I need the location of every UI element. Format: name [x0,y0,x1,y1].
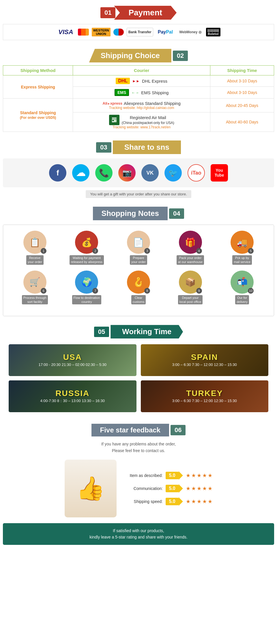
step-2-icon: 💰 2 [75,231,98,254]
standard-method: Standard Shipping (For order over USD5) [3,99,73,132]
score-arrow-1 [179,471,183,480]
step-2-num: 2 [92,248,98,254]
col-method: Shipping Method [3,66,73,75]
ems-name: EMS Shipping [141,90,169,95]
shipping-title: Shipping Choice [89,49,171,62]
country-grid: USA 17:00 - 20:30 21:30 – 02:00 02:30 – … [3,344,274,412]
youtube-icon[interactable]: YouTube [211,164,228,182]
steps-row-1: 📋 1 Receiveyour order 💰 2 Waiting for pa… [9,231,268,265]
step-8-num: 8 [144,288,150,294]
ali-time: About 20-45 Days [210,99,274,112]
step-6-icon: 🛒 6 [23,271,46,294]
step-10-num: 10 [248,288,254,294]
whatsapp-icon[interactable]: 📞 [95,164,113,182]
post-courier: Registered Air Mail(China post/epacket-o… [73,112,210,132]
step-6-num: 6 [41,288,46,294]
shopping-title: Shopping Notes [93,207,168,220]
score-arrow-2 [179,484,183,493]
mastercard-logo [78,29,89,36]
vk-icon[interactable]: VK [141,164,159,182]
step-7-icon: 🌍 7 [75,271,98,294]
sns-section: 03 Share to sns f ☁ 📞 📷 VK 🐦 iTao YouTub… [0,135,277,204]
feedback-title: Five star feedback [91,424,169,436]
col-courier: Courier [73,66,210,75]
step-9-label: Depart yourlocal post office [178,295,203,305]
gift-note: You will get a gift with your order afte… [86,190,191,198]
step-3: 📄 3 Prepareyour order [121,231,156,265]
russia-card: RUSSIA 4:00-7:30 8：30 – 13:00 13:30 – 16… [9,380,136,412]
step-6: 🛒 6 Process throughsort facility [18,271,52,305]
spain-times: 3:00 – 6:30 7:30 – 12:00 12:30 – 15:30 [172,362,237,368]
step-3-label: Prepareyour order [130,255,147,265]
thumbs-up-image: 👍 [65,460,117,517]
ali-name: Aliexpress Standard Shipping [124,101,181,106]
turkey-name: TURKEY [186,389,223,398]
step-4-label: Pack your orderat our warehouse [177,255,204,265]
stars-1: ★ ★ ★ ★ ★ [186,472,212,479]
webmoney-logo: WebMoney ◎ [177,28,203,36]
feedback-num: 06 [171,425,186,435]
express-method: Express Shipping [3,75,73,99]
ali-logo: Ali►xpress [103,101,122,106]
step-2-label: Waiting for paymentreleased by alixepres… [70,255,104,265]
svg-point-0 [112,120,114,121]
rating-score-2: 5.0 [166,485,179,492]
working-header: 05 Working Time [3,325,274,338]
step-3-icon: 📄 3 [127,231,150,254]
sns-title: Share to sns [113,140,181,154]
payment-section: 01 Payment VISA WESTERNUNION Bank Transf… [0,0,277,46]
ems-arrow: ←→ [131,90,139,95]
col-time: Shipping Time [210,66,274,75]
rating-score-3: 5.0 [166,498,179,505]
step-9: 📦 9 Depart yourlocal post office [173,271,208,305]
shipping-table: Shipping Method Courier Shipping Time Ex… [3,65,274,132]
step-1-label: Receiveyour order [26,255,44,265]
social-icons-row: f ☁ 📞 📷 VK 🐦 iTao YouTube [3,158,274,187]
shipping-header: Shipping Choice 02 [3,49,274,62]
step-6-label: Process throughsort facility [22,295,48,305]
post-tracking: Tracking website: www.17track.net/en [76,125,207,129]
rating-row-2: Communication: 5.0 ★ ★ ★ ★ ★ [125,484,212,493]
russia-name: RUSSIA [55,389,89,398]
table-row: Express Shipping DHL ►► DHL Express Abou… [3,75,274,87]
maestro-logo [113,29,124,36]
instagram-icon[interactable]: 📷 [118,164,136,182]
step-4: 🎁 4 Pack your orderat our warehouse [173,231,208,265]
step-10-label: Our fordelivery [235,295,249,305]
step-5-num: 5 [248,248,254,254]
feedback-header: Five star feedback 06 [3,424,274,436]
rating-label-3: Shipping speed: [125,499,163,504]
shipping-num: 02 [173,51,188,61]
itao-icon[interactable]: iTao [188,164,205,182]
step-9-icon: 📦 9 [179,271,202,294]
post-name: Registered Air Mail(China post/epacket-o… [122,115,174,125]
step-2: 💰 2 Waiting for paymentreleased by alixe… [69,231,104,265]
visa-logo: VISA [57,28,75,36]
dhl-logo: DHL [116,78,130,84]
paypal-logo: PayPal [156,28,175,36]
ali-courier: Ali►xpress Aliexpress Standard Shipping … [73,99,210,112]
ems-courier: EMS ←→ EMS Shipping [73,87,210,99]
stars-3: ★ ★ ★ ★ ★ [186,498,212,505]
working-section: 05 Working Time USA 17:00 - 20:30 21:30 … [0,319,277,418]
step-3-num: 3 [144,248,150,254]
twitter-icon[interactable]: 🐦 [164,164,182,182]
usa-name: USA [63,353,82,362]
usa-times: 17:00 - 20:30 21:30 – 02:00 02:30 – 5:30 [38,362,106,368]
usa-card: USA 17:00 - 20:30 21:30 – 02:00 02:30 – … [9,344,136,376]
ems-time: About 3-10 Days [210,87,274,99]
shipping-section: Shipping Choice 02 Shipping Method Couri… [0,46,277,135]
feedback-content: 👍 Item as described: 5.0 ★ ★ ★ ★ ★ C [3,460,274,517]
step-4-num: 4 [196,248,202,254]
skype-icon[interactable]: ☁ [72,164,89,182]
rating-label-2: Communication: [125,486,163,491]
facebook-icon[interactable]: f [49,164,66,182]
payment-title: Payment [114,6,177,20]
dhl-arrow: ►► [132,79,140,83]
step-5-label: Pck up bymail service [232,255,252,265]
shopping-section: Shopping Notes 04 📋 1 Receiveyour order … [0,204,277,319]
sns-header: 03 Share to sns [3,140,274,154]
bank-transfer-logo: Bank Transfer [127,28,153,36]
step-10-icon: 📬 10 [231,271,254,294]
ratings-section: Item as described: 5.0 ★ ★ ★ ★ ★ Communi… [125,471,212,506]
